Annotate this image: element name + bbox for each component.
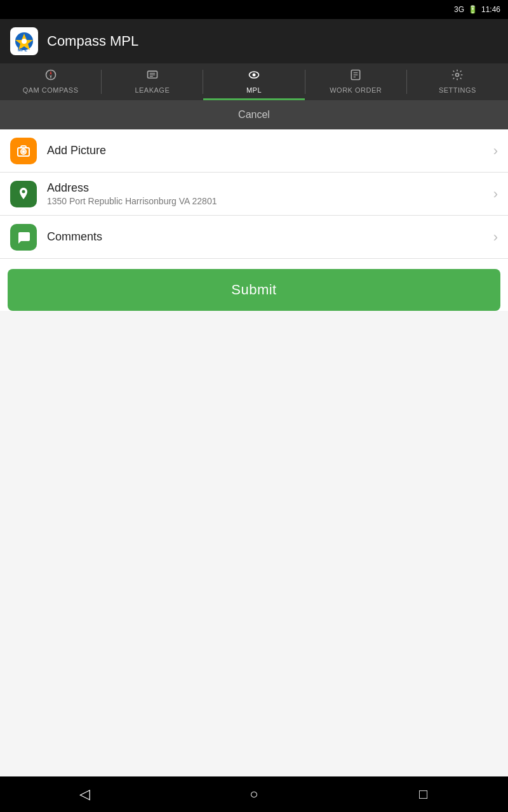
tab-qam-compass[interactable]: QAM COMPASS [0,63,101,100]
svg-text:MPL: MPL [18,48,28,52]
comments-item[interactable]: Comments › [0,216,508,259]
tab-leakage-label: LEAKAGE [135,86,170,94]
svg-point-12 [253,73,256,76]
svg-point-2 [22,39,27,44]
cancel-bar[interactable]: Cancel [0,100,508,129]
app-logo: MPL [10,27,38,55]
bottom-nav: ◁ ○ □ [0,776,508,812]
back-button[interactable]: ◁ [65,782,104,807]
add-picture-title: Add Picture [47,144,493,157]
add-picture-chevron: › [493,143,498,159]
mpl-icon [248,69,260,84]
content-area: Add Picture › Address 1350 Port Republic… [0,129,508,311]
add-picture-icon [10,138,37,164]
tab-work-order[interactable]: WORK ORDER [305,63,406,100]
comments-icon [10,224,37,251]
address-icon [10,181,37,207]
home-button[interactable]: ○ [235,782,273,807]
time-display: 11:46 [481,5,500,14]
leakage-icon [146,69,159,84]
qam-compass-icon [44,69,57,84]
app-bar: MPL Compass MPL [0,19,508,63]
address-text: Address 1350 Port Republic Harrisonburg … [47,181,493,206]
signal-indicator: 3G [454,5,464,14]
submit-button[interactable]: Submit [8,269,500,311]
tab-mpl[interactable]: MPL [203,63,304,100]
svg-marker-6 [50,75,51,79]
app-title: Compass MPL [47,33,138,49]
add-picture-text: Add Picture [47,144,493,157]
comments-chevron: › [493,229,498,246]
svg-point-21 [22,190,25,193]
tab-settings[interactable]: SETTINGS [407,63,508,100]
tab-settings-label: SETTINGS [439,86,476,94]
tab-leakage[interactable]: LEAKAGE [102,63,203,100]
tab-qam-compass-label: QAM COMPASS [23,86,79,94]
cancel-label: Cancel [238,109,270,121]
work-order-icon [349,69,362,84]
status-bar: 3G 🔋 11:46 [0,0,508,19]
settings-icon [451,69,464,84]
add-picture-item[interactable]: Add Picture › [0,129,508,173]
tab-mpl-label: MPL [246,86,262,94]
address-item[interactable]: Address 1350 Port Republic Harrisonburg … [0,173,508,216]
recent-button[interactable]: □ [404,782,443,807]
address-subtitle: 1350 Port Republic Harrisonburg VA 22801 [47,196,493,206]
tab-work-order-label: WORK ORDER [330,86,382,94]
svg-point-20 [22,150,25,153]
svg-marker-5 [50,70,51,75]
svg-point-17 [456,73,459,76]
comments-text: Comments [47,230,493,244]
comments-title: Comments [47,230,493,244]
tab-bar: QAM COMPASS LEAKAGE MPL [0,63,508,100]
address-title: Address [47,181,493,195]
battery-icon: 🔋 [468,5,478,14]
address-chevron: › [493,186,498,202]
